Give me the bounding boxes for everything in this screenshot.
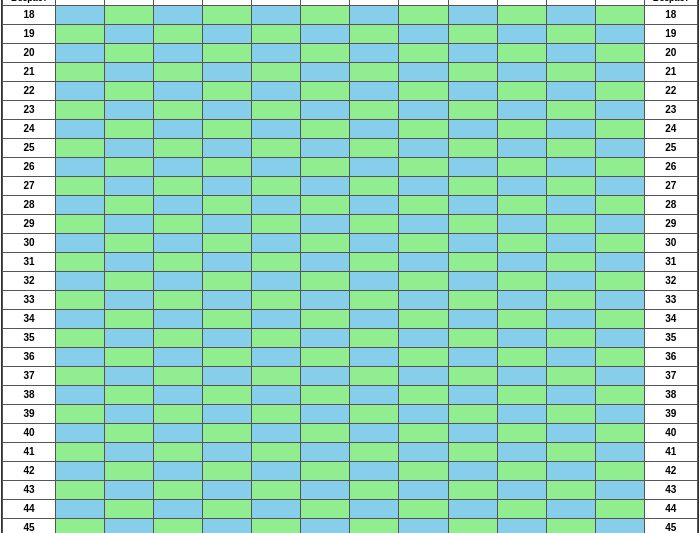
cell-age23-month6 (301, 101, 350, 120)
cell-age42-month3 (154, 462, 203, 481)
cell-age43-month3 (154, 481, 203, 500)
cell-age18-month2 (105, 6, 154, 25)
cell-age39-month3 (154, 405, 203, 424)
age-label-37: 37 (3, 367, 56, 386)
cell-age36-month4 (203, 348, 252, 367)
cell-age23-month1 (56, 101, 105, 120)
cell-age34-month4 (203, 310, 252, 329)
table-row: 4040 (3, 424, 698, 443)
cell-age21-month7 (350, 63, 399, 82)
cell-age37-month8 (399, 367, 448, 386)
cell-age31-month8 (399, 253, 448, 272)
cell-age45-month12 (595, 519, 644, 533)
cell-age41-month5 (252, 443, 301, 462)
cell-age45-month1 (56, 519, 105, 533)
cell-age21-month10 (497, 63, 546, 82)
cell-age31-month3 (154, 253, 203, 272)
cell-age37-month5 (252, 367, 301, 386)
cell-age29-month10 (497, 215, 546, 234)
cell-age38-month1 (56, 386, 105, 405)
cell-age22-month7 (350, 82, 399, 101)
cell-age39-month1 (56, 405, 105, 424)
table-body: 1818191920202121222223232424252526262727… (3, 6, 698, 533)
table-row: 3232 (3, 272, 698, 291)
cell-age42-month8 (399, 462, 448, 481)
table-row: 3939 (3, 405, 698, 424)
cell-age19-month8 (399, 25, 448, 44)
cell-age22-month10 (497, 82, 546, 101)
cell-age36-month2 (105, 348, 154, 367)
cell-age33-month11 (546, 291, 595, 310)
cell-age24-month12 (595, 120, 644, 139)
cell-age33-month10 (497, 291, 546, 310)
cell-age30-month7 (350, 234, 399, 253)
cell-age35-month2 (105, 329, 154, 348)
cell-age43-month12 (595, 481, 644, 500)
cell-age41-month7 (350, 443, 399, 462)
age-label-39: 39 (3, 405, 56, 424)
cell-age32-month1 (56, 272, 105, 291)
cell-age32-month6 (301, 272, 350, 291)
cell-age24-month3 (154, 120, 203, 139)
cell-age39-month8 (399, 405, 448, 424)
table-row: 4141 (3, 443, 698, 462)
cell-age31-month1 (56, 253, 105, 272)
cell-age28-month12 (595, 196, 644, 215)
cell-age18-month9 (448, 6, 497, 25)
cell-age40-month9 (448, 424, 497, 443)
cell-age26-month8 (399, 158, 448, 177)
age-label-23: 23 (3, 101, 56, 120)
age-label-34: 34 (3, 310, 56, 329)
cell-age31-month5 (252, 253, 301, 272)
cell-age40-month4 (203, 424, 252, 443)
cell-age26-month5 (252, 158, 301, 177)
cell-age34-month5 (252, 310, 301, 329)
cell-age32-month12 (595, 272, 644, 291)
cell-age25-month12 (595, 139, 644, 158)
cell-age23-month10 (497, 101, 546, 120)
table-row: 2222 (3, 82, 698, 101)
cell-age28-month5 (252, 196, 301, 215)
cell-age22-month5 (252, 82, 301, 101)
cell-age32-month3 (154, 272, 203, 291)
cell-age35-month1 (56, 329, 105, 348)
main-table-wrapper: МесяцзачатияВозраст 1 2 3 4 5 6 7 8 9 10… (1, 0, 699, 533)
cell-age28-month7 (350, 196, 399, 215)
age-label-44: 44 (3, 500, 56, 519)
cell-age21-month4 (203, 63, 252, 82)
cell-age33-month3 (154, 291, 203, 310)
cell-age22-month11 (546, 82, 595, 101)
age-label-right-33: 33 (644, 291, 697, 310)
cell-age45-month11 (546, 519, 595, 533)
cell-age21-month11 (546, 63, 595, 82)
cell-age41-month10 (497, 443, 546, 462)
age-label-right-40: 40 (644, 424, 697, 443)
cell-age20-month7 (350, 44, 399, 63)
age-label-right-43: 43 (644, 481, 697, 500)
cell-age45-month7 (350, 519, 399, 533)
cell-age22-month6 (301, 82, 350, 101)
table-row: 2323 (3, 101, 698, 120)
cell-age45-month4 (203, 519, 252, 533)
cell-age20-month4 (203, 44, 252, 63)
cell-age18-month6 (301, 6, 350, 25)
cell-age26-month3 (154, 158, 203, 177)
cell-age25-month9 (448, 139, 497, 158)
table-row: 3030 (3, 234, 698, 253)
cell-age25-month5 (252, 139, 301, 158)
cell-age41-month2 (105, 443, 154, 462)
cell-age31-month9 (448, 253, 497, 272)
cell-age28-month9 (448, 196, 497, 215)
cell-age21-month12 (595, 63, 644, 82)
cell-age44-month11 (546, 500, 595, 519)
age-label-right-25: 25 (644, 139, 697, 158)
cell-age44-month2 (105, 500, 154, 519)
cell-age36-month11 (546, 348, 595, 367)
cell-age43-month7 (350, 481, 399, 500)
cell-age33-month7 (350, 291, 399, 310)
cell-age42-month1 (56, 462, 105, 481)
cell-age40-month10 (497, 424, 546, 443)
cell-age42-month10 (497, 462, 546, 481)
cell-age38-month10 (497, 386, 546, 405)
cell-age35-month3 (154, 329, 203, 348)
